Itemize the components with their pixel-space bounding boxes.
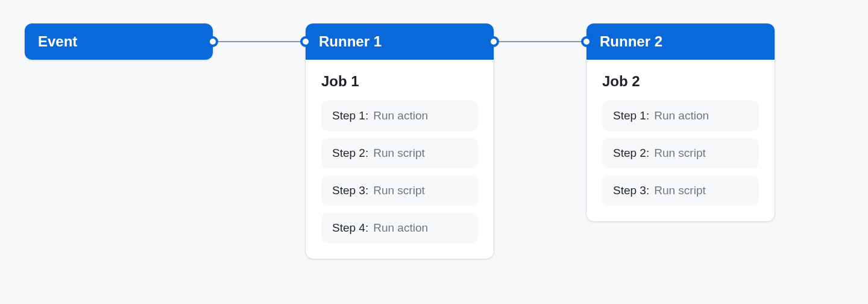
event-card: Event <box>24 23 213 60</box>
runner-header: Runner 2 <box>587 24 775 60</box>
step-label: Step 1: <box>332 109 368 122</box>
step-item: Step 3: Run script <box>602 176 759 206</box>
step-item: Step 4: Run action <box>321 213 478 243</box>
step-label: Step 4: <box>332 221 368 235</box>
step-desc: Run script <box>654 147 706 160</box>
runner-card: Runner 1 Job 1 Step 1: Run action Step 2… <box>305 23 494 259</box>
runner-body: Job 1 Step 1: Run action Step 2: Run scr… <box>306 60 494 259</box>
workflow-diagram: Event Runner 1 Job 1 Step 1: Run action … <box>0 0 868 304</box>
step-label: Step 2: <box>613 147 649 160</box>
step-desc: Run action <box>373 109 428 122</box>
connector-line <box>213 41 305 42</box>
step-item: Step 1: Run action <box>321 101 478 131</box>
port-icon <box>207 36 218 47</box>
step-label: Step 3: <box>332 184 368 197</box>
step-label: Step 1: <box>613 109 649 122</box>
step-desc: Run script <box>373 147 425 160</box>
runner-body: Job 2 Step 1: Run action Step 2: Run scr… <box>587 60 775 221</box>
step-desc: Run script <box>373 184 425 197</box>
runner-header: Runner 1 <box>306 24 494 60</box>
step-desc: Run script <box>654 184 706 197</box>
step-item: Step 3: Run script <box>321 176 478 206</box>
step-item: Step 2: Run script <box>602 138 759 168</box>
step-label: Step 2: <box>332 147 368 160</box>
step-label: Step 3: <box>613 184 649 197</box>
connector-line <box>494 41 586 42</box>
step-item: Step 2: Run script <box>321 138 478 168</box>
event-title: Event <box>38 33 77 49</box>
runner-title: Runner 1 <box>319 33 382 49</box>
event-header: Event <box>25 24 213 60</box>
port-icon <box>581 36 592 47</box>
runner-title: Runner 2 <box>600 33 662 49</box>
runner-card: Runner 2 Job 2 Step 1: Run action Step 2… <box>586 23 775 222</box>
step-desc: Run action <box>654 109 709 122</box>
step-desc: Run action <box>373 221 428 235</box>
port-icon <box>488 36 499 47</box>
step-item: Step 1: Run action <box>602 101 759 131</box>
job-title: Job 2 <box>602 73 759 90</box>
job-title: Job 1 <box>321 73 478 90</box>
port-icon <box>300 36 311 47</box>
